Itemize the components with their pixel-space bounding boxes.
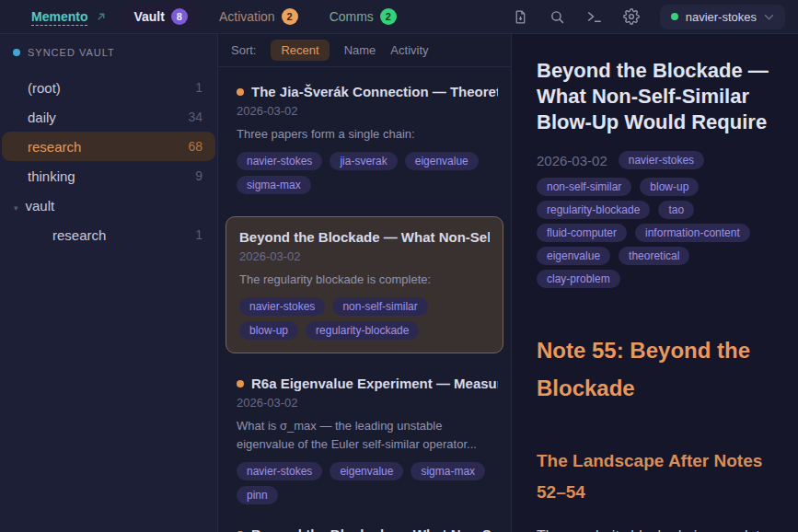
- sidebar-item-count: 1: [195, 80, 202, 95]
- search-icon[interactable]: [544, 3, 572, 30]
- tag[interactable]: eigenvalue: [405, 152, 479, 170]
- tab-activation-label: Activation: [219, 9, 275, 24]
- note-excerpt: The regularity blockade is complete:: [239, 271, 490, 289]
- note-date: 2026-03-02: [237, 396, 498, 410]
- tab-comms[interactable]: Comms 2: [318, 4, 408, 29]
- collapse-arrow-icon[interactable]: ▾: [14, 203, 18, 213]
- note-tags: navier-stokes non-self-similar blow-up r…: [239, 297, 490, 340]
- note-title: R6a Eigenvalue Experiment — Measurin: [251, 376, 498, 391]
- sidebar-item-count: 68: [188, 139, 202, 154]
- sidebar-item-research[interactable]: research 68: [2, 132, 215, 161]
- tab-vault[interactable]: Vault 8: [122, 4, 198, 29]
- sidebar-item-label: research: [52, 227, 106, 243]
- tag[interactable]: theoretical: [619, 247, 689, 265]
- note-tags: navier-stokes jia-sverak eigenvalue sigm…: [237, 152, 498, 194]
- note-title: The Jia-Šverák Connection — Theoretic: [251, 84, 498, 99]
- sort-option-activity[interactable]: Activity: [390, 43, 428, 57]
- top-bar: Memento Vault 8 Activation 2 Comms 2: [0, 0, 798, 34]
- note-title: Beyond the Blockade — What Non-Self-: [251, 526, 498, 532]
- tag[interactable]: regularity-blockade: [537, 201, 650, 219]
- tag[interactable]: non-self-similar: [332, 297, 427, 316]
- sort-option-name[interactable]: Name: [344, 43, 376, 57]
- detail-tags: non-self-similar blow-up regularity-bloc…: [537, 178, 767, 288]
- note-date: 2026-03-02: [239, 249, 490, 263]
- tab-vault-label: Vault: [133, 9, 164, 24]
- gear-icon[interactable]: [618, 3, 645, 30]
- sidebar-item-root[interactable]: (root) 1: [2, 73, 215, 102]
- tab-activation-badge: 2: [282, 8, 298, 25]
- user-menu[interactable]: navier-stokes: [660, 5, 785, 29]
- synced-dot-icon: [13, 49, 20, 56]
- note-card-beyond-blockade-selected[interactable]: Beyond the Blockade — What Non-Self-S 20…: [226, 216, 503, 353]
- unread-dot-icon: [237, 380, 244, 387]
- sidebar-item-count: 34: [188, 110, 202, 124]
- tag[interactable]: blow-up: [640, 178, 699, 196]
- sidebar-item-count: 1: [195, 227, 202, 242]
- terminal-icon[interactable]: [581, 3, 608, 30]
- sidebar-item-count: 9: [195, 168, 202, 183]
- synced-vault-header: SYNCED VAULT: [0, 47, 217, 58]
- user-name: navier-stokes: [686, 10, 757, 24]
- note-excerpt: Three papers form a single chain:: [237, 125, 498, 144]
- external-link-icon: [96, 12, 106, 22]
- sidebar-item-label: (root): [28, 80, 61, 96]
- document-icon[interactable]: [507, 3, 535, 30]
- sidebar-item-daily[interactable]: daily 34: [2, 102, 215, 132]
- tag[interactable]: sigma-max: [411, 462, 485, 480]
- tag[interactable]: eigenvalue: [330, 462, 403, 480]
- note-card-r6a-eigenvalue[interactable]: R6a Eigenvalue Experiment — Measurin 202…: [218, 376, 511, 504]
- note-list: The Jia-Šverák Connection — Theoretic 20…: [218, 67, 511, 532]
- note-heading-2: The Landscape After Notes 52–54: [537, 445, 776, 508]
- note-paragraph: The regularity blockade is complete:: [537, 524, 776, 532]
- tag[interactable]: information-content: [635, 224, 750, 242]
- tab-vault-badge: 8: [171, 8, 188, 25]
- synced-vault-label: SYNCED VAULT: [28, 47, 115, 58]
- note-detail-pane: Beyond the Blockade — What Non-Self-Simi…: [512, 34, 798, 532]
- sidebar-item-label: research: [28, 139, 81, 155]
- detail-meta: 2026-03-02 navier-stokes: [537, 151, 776, 169]
- detail-title: Beyond the Blockade — What Non-Self-Simi…: [537, 58, 776, 135]
- sidebar: SYNCED VAULT (root) 1 daily 34 research …: [0, 34, 218, 532]
- sidebar-item-label: thinking: [28, 168, 75, 184]
- tag[interactable]: navier-stokes: [237, 152, 322, 170]
- sort-bar: Sort: Recent Name Activity: [218, 34, 511, 67]
- tab-activation[interactable]: Activation 2: [208, 4, 309, 29]
- tag[interactable]: pinn: [237, 486, 278, 504]
- note-card-beyond-blockade-2[interactable]: Beyond the Blockade — What Non-Self- 202…: [218, 526, 511, 532]
- note-title: Beyond the Blockade — What Non-Self-S: [239, 229, 490, 245]
- note-card-jia-sverak[interactable]: The Jia-Šverák Connection — Theoretic 20…: [218, 84, 511, 194]
- tag[interactable]: navier-stokes: [237, 462, 322, 480]
- tag[interactable]: eigenvalue: [537, 247, 610, 265]
- note-heading-1: Note 55: Beyond the Blockade: [537, 331, 776, 407]
- unread-dot-icon: [237, 88, 244, 96]
- tag[interactable]: navier-stokes: [239, 297, 325, 316]
- note-list-column: Sort: Recent Name Activity The Jia-Šverá…: [218, 34, 512, 532]
- sidebar-item-thinking[interactable]: thinking 9: [2, 161, 215, 191]
- sort-option-recent[interactable]: Recent: [271, 40, 329, 61]
- chevron-down-icon: [764, 14, 774, 20]
- note-tags: navier-stokes eigenvalue sigma-max pinn: [237, 462, 498, 504]
- user-status-dot: [671, 13, 678, 20]
- tag[interactable]: non-self-similar: [537, 178, 631, 196]
- note-date: 2026-03-02: [237, 104, 498, 118]
- tag[interactable]: regularity-blockade: [306, 321, 419, 340]
- sidebar-item-vault-research[interactable]: research 1: [2, 220, 215, 249]
- tag[interactable]: fluid-computer: [537, 224, 627, 242]
- sidebar-item-label: ▾vault: [28, 198, 54, 214]
- tag[interactable]: blow-up: [239, 321, 298, 340]
- app-logo[interactable]: Memento: [31, 9, 87, 24]
- tag[interactable]: clay-problem: [537, 270, 620, 288]
- sidebar-item-label: daily: [28, 110, 56, 125]
- note-excerpt: What is σ_max — the leading unstable eig…: [237, 417, 498, 454]
- tab-comms-badge: 2: [380, 8, 397, 25]
- main-area: SYNCED VAULT (root) 1 daily 34 research …: [0, 34, 798, 532]
- tag[interactable]: tao: [658, 201, 694, 219]
- detail-date: 2026-03-02: [537, 153, 607, 168]
- sort-label: Sort:: [231, 43, 256, 57]
- tag[interactable]: jia-sverak: [330, 152, 397, 170]
- sidebar-item-vault[interactable]: ▾vault: [2, 191, 215, 220]
- tab-comms-label: Comms: [330, 9, 374, 24]
- tag[interactable]: sigma-max: [237, 176, 311, 194]
- tag[interactable]: navier-stokes: [619, 151, 704, 169]
